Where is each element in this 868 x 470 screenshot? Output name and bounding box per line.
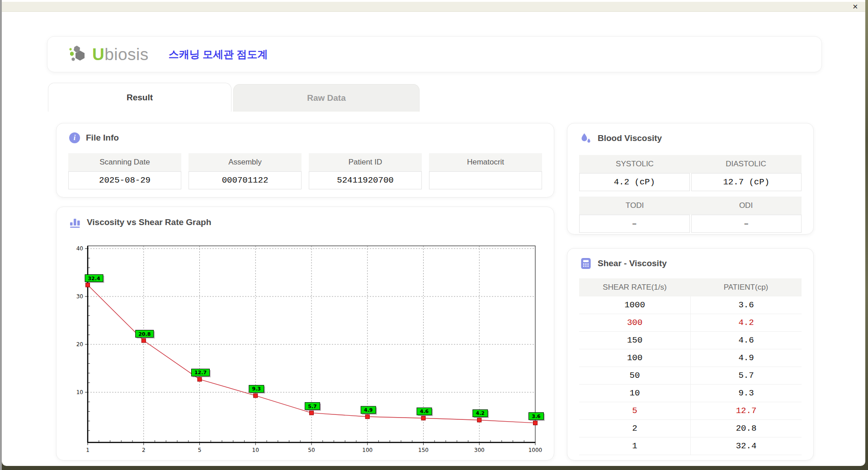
brand-logo-icon [68, 44, 89, 64]
brand-letter-u: U [92, 45, 104, 64]
graph-title: Viscosity vs Shear Rate Graph [87, 217, 211, 227]
svg-text:12.7: 12.7 [194, 370, 207, 376]
table-row: 505.7 [579, 367, 802, 385]
cell-patient: 12.7 [690, 402, 802, 419]
svg-text:4.9: 4.9 [364, 407, 373, 413]
svg-text:10: 10 [76, 389, 83, 395]
blood-viscosity-panel: Blood Viscosity SYSTOLICDIASTOLIC4.2 (cP… [567, 123, 814, 235]
blood-drop-icon [580, 132, 592, 144]
bv-label-row: TODIODI [579, 197, 802, 215]
brand-logo: Ubiosis [68, 44, 149, 64]
svg-text:4.6: 4.6 [420, 409, 429, 414]
file-field-value: 2025-08-29 [68, 171, 181, 189]
cell-patient: 4.9 [690, 349, 802, 367]
brand-rest: biosis [104, 45, 149, 64]
window-titlebar: ✕ [2, 2, 865, 12]
calculator-icon [580, 258, 592, 269]
cell-shear-rate: 150 [579, 332, 690, 349]
table-row: 1504.6 [579, 332, 802, 349]
cell-shear-rate: 10 [579, 385, 690, 402]
col-patient: PATIENT(cp) [690, 278, 802, 296]
bv-value-row: –– [579, 215, 802, 233]
svg-text:300: 300 [474, 447, 485, 453]
file-info-title: File Info [86, 133, 119, 143]
table-row: 512.7 [579, 402, 802, 420]
bv-label: DIASTOLIC [690, 155, 802, 173]
cell-shear-rate: 2 [579, 420, 690, 437]
svg-text:9.3: 9.3 [252, 386, 261, 392]
file-field: Hematocrit [429, 153, 542, 189]
table-row: 3004.2 [579, 314, 802, 332]
brand-wordmark: Ubiosis [92, 46, 149, 63]
bv-label: SYSTOLIC [579, 155, 690, 173]
cell-patient: 4.2 [690, 314, 802, 331]
shear-viscosity-title: Shear - Viscosity [598, 258, 667, 268]
blood-viscosity-header: Blood Viscosity [567, 123, 813, 144]
svg-text:5: 5 [198, 447, 202, 453]
shear-table-head: SHEAR RATE(1/s) PATIENT(cp) [579, 278, 802, 296]
bv-value: – [691, 215, 802, 233]
file-info-header: i File Info [57, 123, 554, 143]
cell-patient: 5.7 [690, 367, 802, 384]
cell-shear-rate: 50 [579, 367, 690, 384]
close-icon[interactable]: ✕ [852, 3, 858, 11]
table-row: 1004.9 [579, 349, 802, 367]
table-row: 10003.6 [579, 296, 802, 314]
cell-patient: 32.4 [690, 437, 802, 455]
svg-text:5.7: 5.7 [308, 404, 317, 409]
file-field-value: 52411920700 [309, 171, 422, 189]
svg-text:2: 2 [142, 447, 146, 453]
file-info-panel: i File Info Scanning Date2025-08-29Assem… [56, 123, 554, 197]
shear-viscosity-header: Shear - Viscosity [567, 249, 813, 269]
svg-text:1000: 1000 [528, 447, 542, 453]
bv-value: – [579, 215, 690, 233]
bar-chart-icon [69, 216, 81, 228]
cell-shear-rate: 300 [579, 314, 690, 331]
svg-text:100: 100 [362, 447, 373, 453]
cell-patient: 4.6 [690, 332, 802, 349]
bv-value: 12.7 (cP) [691, 173, 802, 191]
header-card: Ubiosis 스캐닝 모세관 점도계 [47, 36, 822, 72]
file-field: Scanning Date2025-08-29 [68, 153, 181, 189]
svg-text:10: 10 [252, 447, 259, 453]
table-row: 109.3 [579, 385, 802, 402]
shear-viscosity-table: SHEAR RATE(1/s) PATIENT(cp) 10003.63004.… [579, 278, 802, 455]
screen: ✕ Ubiosis 스캐닝 모세관 점도계 Result Raw Data i … [0, 0, 868, 470]
info-icon: i [69, 132, 80, 143]
graph-header: Viscosity vs Shear Rate Graph [57, 207, 554, 228]
svg-text:40: 40 [76, 245, 83, 252]
file-info-fields: Scanning Date2025-08-29Assembly000701122… [68, 153, 542, 189]
cell-patient: 9.3 [690, 385, 802, 402]
file-field: Patient ID52411920700 [309, 153, 422, 189]
bv-value-row: 4.2 (cP)12.7 (cP) [579, 173, 802, 191]
file-field-value: 000701122 [189, 171, 302, 189]
bv-label: TODI [579, 197, 690, 215]
svg-text:4.2: 4.2 [476, 410, 485, 416]
file-field: Assembly000701122 [189, 153, 302, 189]
tab-raw-data[interactable]: Raw Data [233, 84, 420, 112]
blood-viscosity-grid: SYSTOLICDIASTOLIC4.2 (cP)12.7 (cP)TODIOD… [579, 155, 802, 238]
shear-table-body: 10003.63004.21504.61004.9505.7109.3512.7… [579, 296, 802, 455]
file-field-label: Scanning Date [68, 153, 181, 171]
bv-value: 4.2 (cP) [579, 173, 690, 191]
viscosity-chart-host: 102030401251050100150300100032.420.812.7… [67, 242, 552, 457]
blood-viscosity-title: Blood Viscosity [598, 133, 662, 143]
svg-text:20: 20 [76, 341, 83, 348]
tab-result[interactable]: Result [48, 83, 231, 112]
bv-label-row: SYSTOLICDIASTOLIC [579, 155, 802, 173]
table-row: 132.4 [579, 437, 802, 455]
col-shear-rate: SHEAR RATE(1/s) [579, 278, 690, 296]
bv-label: ODI [690, 197, 802, 215]
svg-text:1: 1 [86, 447, 90, 453]
file-field-value [429, 171, 542, 189]
file-field-label: Assembly [189, 153, 302, 171]
table-row: 220.8 [579, 420, 802, 437]
cell-patient: 3.6 [690, 296, 802, 314]
svg-text:20.8: 20.8 [138, 331, 151, 337]
app-title: 스캐닝 모세관 점도계 [169, 47, 268, 61]
cell-shear-rate: 5 [579, 402, 690, 419]
svg-text:3.6: 3.6 [532, 414, 541, 419]
file-field-label: Hematocrit [429, 153, 542, 171]
graph-panel: Viscosity vs Shear Rate Graph 1020304012… [56, 207, 554, 461]
app-window: ✕ Ubiosis 스캐닝 모세관 점도계 Result Raw Data i … [2, 0, 865, 466]
